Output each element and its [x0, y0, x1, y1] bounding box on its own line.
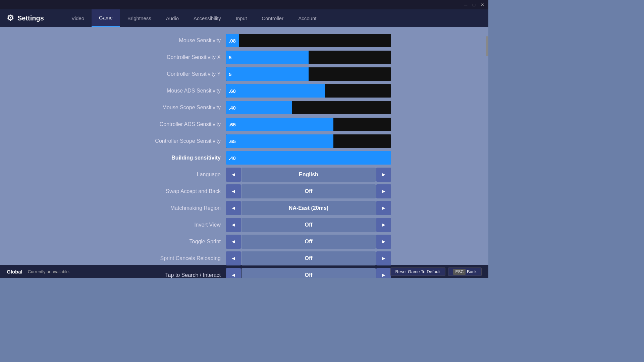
selector-2: ◄NA-East (20ms)►: [226, 201, 391, 215]
selector-left-arrow-3[interactable]: ◄: [226, 218, 241, 232]
selector-right-arrow-6[interactable]: ►: [376, 268, 391, 278]
slider-row-1: Controller Sensitivity X5: [92, 49, 394, 66]
slider-5[interactable]: .65: [226, 118, 391, 131]
slider-1[interactable]: 5: [226, 51, 391, 64]
selector-value-4: Off: [241, 235, 376, 249]
slider-label-2: Controller Sensitivity Y: [92, 71, 226, 77]
back-label: Back: [467, 269, 477, 274]
slider-row-0: Mouse Sensitivity.08: [92, 32, 394, 49]
slider-row-6: Controller Scope Sensitivity.65: [92, 133, 394, 149]
slider-label-0: Mouse Sensitivity: [92, 38, 226, 44]
selector-left-arrow-5[interactable]: ◄: [226, 251, 241, 265]
footer-right: Reset Game To Default ESCBack: [390, 267, 482, 276]
slider-6[interactable]: .65: [226, 134, 391, 148]
selector-right-arrow-5[interactable]: ►: [376, 251, 391, 265]
selector-value-6: Off: [241, 268, 376, 278]
minimize-button[interactable]: ─: [463, 2, 469, 7]
selector-right-arrow-3[interactable]: ►: [376, 218, 391, 232]
slider-label-4: Mouse Scope Sensitivity: [92, 105, 226, 111]
slider-0[interactable]: .08: [226, 34, 391, 47]
slider-row-4: Mouse Scope Sensitivity.40: [92, 99, 394, 116]
selector-value-5: Off: [241, 251, 376, 265]
nav-tab-accessibility[interactable]: Accessibility: [186, 9, 228, 27]
nav-tab-input[interactable]: Input: [228, 9, 254, 27]
nav-tab-audio[interactable]: Audio: [159, 9, 186, 27]
esc-badge: ESC: [453, 269, 466, 275]
slider-row-7: Building sensitivity.40: [92, 149, 394, 166]
selector-label-3: Invert View: [92, 222, 226, 228]
selector-left-arrow-1[interactable]: ◄: [226, 184, 241, 198]
slider-fill-7: [226, 151, 391, 165]
selector-5: ◄Off►: [226, 251, 391, 265]
selector-left-arrow-0[interactable]: ◄: [226, 168, 241, 182]
selector-row-1: Swap Accept and Back◄Off►: [92, 183, 394, 200]
main-content: Mouse Sensitivity.08Controller Sensitivi…: [0, 27, 488, 265]
slider-value-0: .08: [229, 38, 236, 44]
slider-row-3: Mouse ADS Sensitivity.60: [92, 82, 394, 99]
selector-value-3: Off: [241, 218, 376, 232]
selector-row-0: Language◄English►: [92, 166, 394, 183]
slider-value-4: .40: [229, 105, 236, 111]
nav-tab-account[interactable]: Account: [291, 9, 324, 27]
selector-row-6: Tap to Search / Interact◄Off►: [92, 267, 394, 278]
nav-tab-controller[interactable]: Controller: [254, 9, 291, 27]
slider-value-7: .40: [229, 155, 236, 161]
slider-value-2: 5: [229, 71, 231, 77]
slider-fill-2: [226, 67, 309, 81]
selector-right-arrow-0[interactable]: ►: [376, 168, 391, 182]
selector-label-0: Language: [92, 172, 226, 178]
selector-label-1: Swap Accept and Back: [92, 188, 226, 194]
slider-value-3: .60: [229, 88, 236, 94]
back-button[interactable]: ESCBack: [448, 267, 482, 276]
nav-tab-video[interactable]: Video: [64, 9, 92, 27]
scrollbar-thumb[interactable]: [486, 36, 488, 56]
selector-left-arrow-6[interactable]: ◄: [226, 268, 241, 278]
titlebar: ─ □ ✕: [0, 0, 488, 9]
nav-tab-game[interactable]: Game: [92, 9, 120, 27]
nav-tabs: VideoGameBrightnessAudioAccessibilityInp…: [64, 9, 324, 27]
selector-6: ◄Off►: [226, 268, 391, 278]
selector-1: ◄Off►: [226, 184, 391, 198]
selector-row-4: Toggle Sprint◄Off►: [92, 233, 394, 250]
selector-value-2: NA-East (20ms): [241, 201, 376, 215]
slider-fill-4: [226, 101, 292, 114]
slider-fill-5: [226, 118, 333, 131]
gear-icon: ⚙: [7, 13, 14, 23]
settings-panel[interactable]: Mouse Sensitivity.08Controller Sensitivi…: [92, 29, 394, 278]
selector-value-0: English: [241, 168, 376, 182]
slider-2[interactable]: 5: [226, 67, 391, 81]
footer-status: Currently unavailable.: [28, 269, 70, 274]
slider-fill-1: [226, 51, 309, 64]
slider-label-1: Controller Sensitivity X: [92, 54, 226, 60]
close-button[interactable]: ✕: [479, 2, 486, 7]
slider-value-6: .65: [229, 138, 236, 144]
selector-label-2: Matchmaking Region: [92, 205, 226, 211]
selector-right-arrow-1[interactable]: ►: [376, 184, 391, 198]
selector-right-arrow-2[interactable]: ►: [376, 201, 391, 215]
slider-label-5: Controller ADS Sensitivity: [92, 121, 226, 127]
reset-game-button[interactable]: Reset Game To Default: [390, 267, 446, 276]
app-logo: ⚙ Settings: [7, 13, 44, 23]
slider-label-3: Mouse ADS Sensitivity: [92, 88, 226, 94]
selector-4: ◄Off►: [226, 235, 391, 249]
selector-row-5: Sprint Cancels Reloading◄Off►: [92, 250, 394, 267]
selector-right-arrow-4[interactable]: ►: [376, 235, 391, 249]
slider-7[interactable]: .40: [226, 151, 391, 165]
titlebar-controls: ─ □ ✕: [463, 2, 486, 7]
slider-label-7: Building sensitivity: [92, 155, 226, 161]
selector-3: ◄Off►: [226, 218, 391, 232]
slider-label-6: Controller Scope Sensitivity: [92, 138, 226, 144]
nav-tab-brightness[interactable]: Brightness: [120, 9, 159, 27]
slider-3[interactable]: .60: [226, 84, 391, 98]
restore-button[interactable]: □: [471, 2, 477, 7]
slider-value-5: .65: [229, 122, 236, 127]
footer-global-label: Global: [7, 269, 22, 275]
selector-row-3: Invert View◄Off►: [92, 217, 394, 233]
selector-label-6: Tap to Search / Interact: [92, 272, 226, 278]
slider-4[interactable]: .40: [226, 101, 391, 114]
selector-left-arrow-2[interactable]: ◄: [226, 201, 241, 215]
selector-left-arrow-4[interactable]: ◄: [226, 235, 241, 249]
selector-row-2: Matchmaking Region◄NA-East (20ms)►: [92, 200, 394, 217]
slider-row-2: Controller Sensitivity Y5: [92, 66, 394, 82]
selector-label-4: Toggle Sprint: [92, 239, 226, 245]
